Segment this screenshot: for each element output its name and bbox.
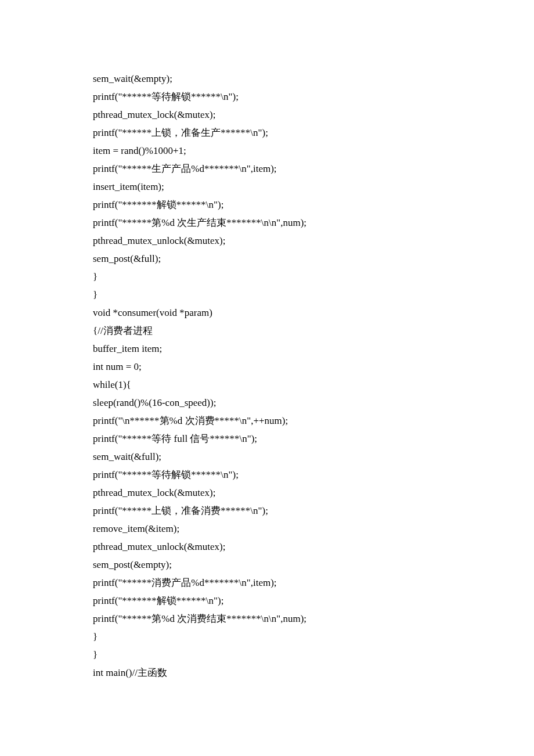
code-line: pthread_mutex_unlock(&mutex); <box>93 538 441 556</box>
code-line: printf("*******解锁******\n"); <box>93 592 441 610</box>
code-line: } <box>93 286 441 304</box>
code-line: printf("******等待 full 信号******\n"); <box>93 430 441 448</box>
code-line: printf("******上锁，准备生产******\n"); <box>93 124 441 142</box>
code-line: {//消费者进程 <box>93 322 441 340</box>
code-line: sleep(rand()%(16-con_speed)); <box>93 394 441 412</box>
code-line: } <box>93 646 441 664</box>
code-line: item = rand()%1000+1; <box>93 142 441 160</box>
code-line: printf("******第%d 次消费结束*******\n\n",num)… <box>93 610 441 628</box>
code-line: } <box>93 268 441 286</box>
code-line: buffer_item item; <box>93 340 441 358</box>
code-line: while(1){ <box>93 376 441 394</box>
code-line: pthread_mutex_lock(&mutex); <box>93 106 441 124</box>
code-line: pthread_mutex_lock(&mutex); <box>93 484 441 502</box>
code-line: insert_item(item); <box>93 178 441 196</box>
code-line: void *consumer(void *param) <box>93 304 441 322</box>
code-line: pthread_mutex_unlock(&mutex); <box>93 232 441 250</box>
code-line: printf("\n******第%d 次消费*****\n",++num); <box>93 412 441 430</box>
code-line: printf("*******解锁******\n"); <box>93 196 441 214</box>
code-line: remove_item(&item); <box>93 520 441 538</box>
code-line: sem_wait(&full); <box>93 448 441 466</box>
code-line: sem_wait(&empty); <box>93 70 441 88</box>
code-line: printf("******生产产品%d*******\n",item); <box>93 160 441 178</box>
code-page: sem_wait(&empty); printf("******等待解锁****… <box>0 0 534 751</box>
code-line: sem_post(&full); <box>93 250 441 268</box>
code-line: sem_post(&empty); <box>93 556 441 574</box>
code-line: printf("******等待解锁******\n"); <box>93 466 441 484</box>
code-line: printf("******第%d 次生产结束*******\n\n",num)… <box>93 214 441 232</box>
code-line: printf("******消费产品%d*******\n",item); <box>93 574 441 592</box>
code-line: } <box>93 628 441 646</box>
code-line: printf("******上锁，准备消费******\n"); <box>93 502 441 520</box>
code-line: int main()//主函数 <box>93 664 441 682</box>
code-line: printf("******等待解锁******\n"); <box>93 88 441 106</box>
code-line: int num = 0; <box>93 358 441 376</box>
